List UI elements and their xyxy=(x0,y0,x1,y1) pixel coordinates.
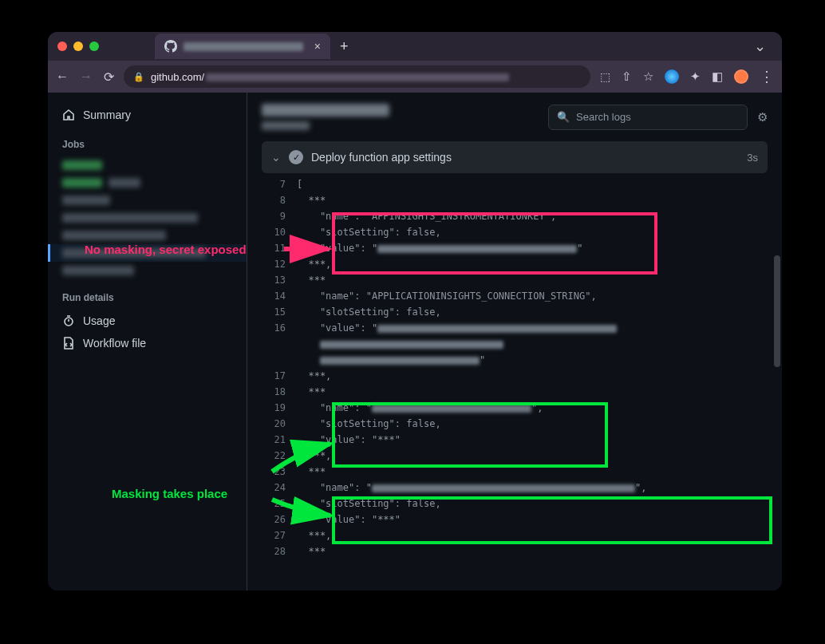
log-line: 12 ***, xyxy=(262,256,768,272)
minimize-window-icon[interactable] xyxy=(73,41,83,51)
log-line: 17 ***, xyxy=(262,368,768,384)
reload-button[interactable]: ⟳ xyxy=(104,69,114,85)
main-panel: 🔍 Search logs ⚙ ⌄ ✓ Deploy function app … xyxy=(247,93,782,591)
log-line: 16 "value": " xyxy=(262,320,768,336)
job-item[interactable] xyxy=(62,262,247,279)
workflow-step: ⌄ ✓ Deploy function app settings 3s 7[8 … xyxy=(262,141,768,575)
log-output[interactable]: 7[8 ***9 "name": "APPINSIGHTS_INSTRUMENT… xyxy=(262,173,768,575)
chevron-down-icon: ⌄ xyxy=(271,151,281,164)
log-line: 22 ***, xyxy=(262,448,768,464)
log-line: 25 "slotSetting": false, xyxy=(262,496,768,512)
tabs-dropdown-icon[interactable]: ⌄ xyxy=(754,38,772,55)
jobs-header: Jobs xyxy=(62,139,247,150)
job-title xyxy=(262,104,539,130)
panel-icon[interactable]: ◧ xyxy=(712,69,723,84)
job-item[interactable] xyxy=(62,209,247,227)
workflow-file-label: Workflow file xyxy=(83,337,146,350)
search-logs-input[interactable]: 🔍 Search logs xyxy=(548,105,748,130)
summary-label: Summary xyxy=(83,109,131,121)
window-controls xyxy=(57,41,99,51)
log-line: 8 *** xyxy=(262,192,768,208)
run-details-header: Run details xyxy=(62,292,247,303)
log-line: 28 *** xyxy=(262,543,768,559)
log-line: 26 "value": "***" xyxy=(262,512,768,527)
install-icon[interactable]: ⬚ xyxy=(600,70,610,83)
log-line: 10 "slotSetting": false, xyxy=(262,224,768,240)
job-item-selected[interactable] xyxy=(48,244,247,262)
new-tab-button[interactable]: + xyxy=(340,38,349,55)
browser-window: × + ⌄ ← → ⟳ 🔒 github.com/ ⬚ ⇧ ☆ ✦ ◧ ⋮ xyxy=(48,32,782,591)
search-icon: 🔍 xyxy=(557,111,570,123)
job-item[interactable] xyxy=(62,227,247,244)
share-icon[interactable]: ⇧ xyxy=(622,69,632,84)
log-line: 9 "name": "APPINSIGHTS_INSTRUMENTATIONKE… xyxy=(262,208,768,224)
log-line: 20 "slotSetting": false, xyxy=(262,416,768,432)
log-line: 23 *** xyxy=(262,464,768,480)
log-line: 24 "name": "", xyxy=(262,480,768,496)
log-line: 18 *** xyxy=(262,384,768,400)
step-duration: 3s xyxy=(747,152,758,164)
log-line xyxy=(262,336,768,352)
extensions-icon[interactable]: ✦ xyxy=(690,69,701,84)
log-line: 13 *** xyxy=(262,272,768,288)
profile-avatar[interactable] xyxy=(734,69,748,84)
log-line: 21 "value": "***" xyxy=(262,432,768,448)
address-bar[interactable]: 🔒 github.com/ xyxy=(124,65,590,88)
step-header[interactable]: ⌄ ✓ Deploy function app settings 3s xyxy=(262,141,768,173)
menu-icon[interactable]: ⋮ xyxy=(760,68,774,85)
tab-close-icon[interactable]: × xyxy=(314,40,321,53)
home-icon xyxy=(62,109,75,121)
job-item[interactable] xyxy=(62,174,247,192)
log-line: 15 "slotSetting": false, xyxy=(262,304,768,320)
titlebar: × + ⌄ xyxy=(48,32,782,61)
main-header: 🔍 Search logs ⚙ xyxy=(247,93,782,141)
job-item[interactable] xyxy=(62,156,247,174)
browser-tab[interactable]: × xyxy=(155,34,330,59)
bookmark-icon[interactable]: ☆ xyxy=(643,69,653,84)
toolbar: ← → ⟳ 🔒 github.com/ ⬚ ⇧ ☆ ✦ ◧ ⋮ xyxy=(48,61,782,93)
log-line: 27 ***, xyxy=(262,527,768,543)
stopwatch-icon xyxy=(62,314,75,327)
usage-label: Usage xyxy=(83,314,115,327)
tab-title xyxy=(184,41,308,52)
usage-link[interactable]: Usage xyxy=(62,310,247,332)
summary-link[interactable]: Summary xyxy=(62,104,247,126)
job-item[interactable] xyxy=(62,192,247,209)
settings-icon[interactable]: ⚙ xyxy=(757,110,768,124)
log-line: 14 "name": "APPLICATIONINSIGHTS_CONNECTI… xyxy=(262,288,768,304)
search-placeholder: Search logs xyxy=(576,111,631,123)
maximize-window-icon[interactable] xyxy=(89,41,99,51)
log-line: " xyxy=(262,352,768,368)
lock-icon: 🔒 xyxy=(133,72,144,82)
sidebar: Summary Jobs Run details Usage Workflow … xyxy=(48,93,247,591)
log-line: 19 "name": "", xyxy=(262,400,768,416)
back-button[interactable]: ← xyxy=(56,69,69,84)
url-text: github.com/ xyxy=(151,71,509,83)
step-title: Deploy function app settings xyxy=(311,151,452,164)
workflow-file-link[interactable]: Workflow file xyxy=(62,332,247,354)
log-line: 11 "value": "" xyxy=(262,240,768,256)
extension-icon[interactable] xyxy=(665,69,679,84)
scrollbar-thumb[interactable] xyxy=(774,255,780,367)
success-check-icon: ✓ xyxy=(289,150,303,164)
github-icon xyxy=(164,40,177,53)
file-code-icon xyxy=(62,337,75,350)
close-window-icon[interactable] xyxy=(57,41,67,51)
page-content: Summary Jobs Run details Usage Workflow … xyxy=(48,93,782,591)
log-line: 7[ xyxy=(262,176,768,192)
forward-button[interactable]: → xyxy=(80,69,93,84)
